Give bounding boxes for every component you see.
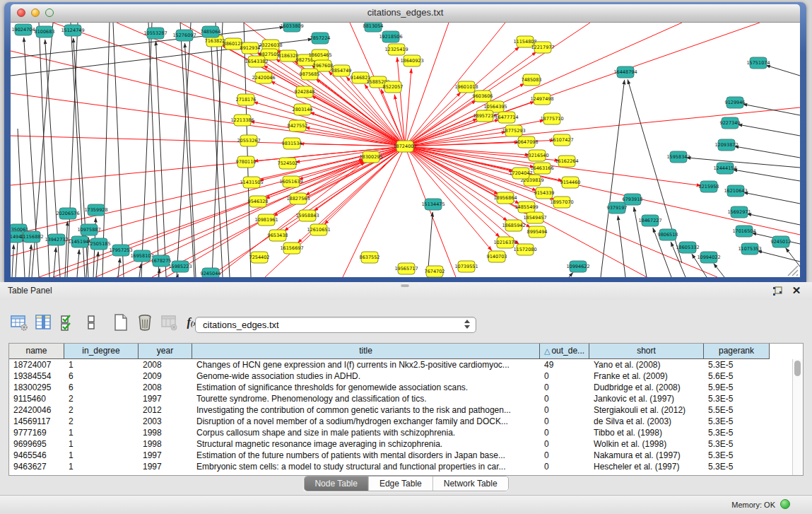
graph-node[interactable]: 20553267 bbox=[237, 135, 260, 146]
graph-node[interactable]: 9806518 bbox=[658, 229, 678, 240]
graph-node[interactable]: 17204047 bbox=[509, 168, 532, 179]
table-row[interactable]: 1830029562008Estimation of significance … bbox=[9, 382, 803, 393]
graph-node[interactable]: 19565717 bbox=[394, 263, 418, 274]
graph-node[interactable]: 16543382 bbox=[245, 56, 268, 67]
graph-node[interactable]: 18549457 bbox=[523, 212, 546, 223]
graph-node[interactable]: 11075353 bbox=[738, 243, 761, 255]
graph-node[interactable]: 9245044 bbox=[201, 268, 221, 277]
network-canvas[interactable]: 1872400771638228860128891293423226038982… bbox=[11, 23, 800, 277]
graph-node[interactable]: 19218506 bbox=[379, 31, 402, 42]
graph-node[interactable]: 16210643 bbox=[724, 185, 747, 197]
column-header-short[interactable]: short bbox=[589, 344, 704, 359]
graph-node[interactable]: 9154460 bbox=[560, 177, 581, 188]
graph-node[interactable]: 17359928 bbox=[84, 204, 107, 216]
graph-node[interactable]: 17957253 bbox=[109, 245, 132, 256]
graph-node[interactable]: 14855499 bbox=[514, 201, 538, 213]
graph-node[interactable]: 8637552 bbox=[360, 252, 380, 263]
graph-node[interactable]: 22420046 bbox=[252, 72, 275, 83]
graph-node[interactable]: 10647098 bbox=[514, 136, 538, 148]
graph-node[interactable]: 19601018 bbox=[454, 81, 478, 93]
graph-node[interactable]: 11156882 bbox=[20, 231, 43, 243]
graph-node[interactable]: 8427552 bbox=[288, 120, 308, 132]
table-row[interactable]: 2242004622012Investigating the contribut… bbox=[9, 404, 803, 416]
graph-node[interactable]: 9603606 bbox=[473, 90, 493, 102]
graph-node[interactable]: 13942737 bbox=[45, 234, 68, 245]
graph-node[interactable]: 9227349 bbox=[720, 117, 741, 129]
graph-node[interactable]: 7254402 bbox=[249, 252, 270, 263]
select-columns-button[interactable] bbox=[31, 310, 55, 334]
column-header-title[interactable]: title bbox=[192, 344, 540, 359]
table-row[interactable]: 946362711997Embryonic stem cells: a mode… bbox=[9, 461, 803, 472]
graph-node[interactable]: 12093872 bbox=[714, 139, 738, 151]
graph-node[interactable]: 16107427 bbox=[550, 134, 573, 146]
graph-node[interactable]: 9245012 bbox=[771, 236, 792, 247]
graph-node[interactable]: 16477714 bbox=[495, 112, 518, 123]
graph-node[interactable]: 7674702 bbox=[425, 266, 445, 277]
table-row[interactable]: 1938455462009Genome-wide association stu… bbox=[9, 370, 803, 382]
graph-node[interactable]: 8912934 bbox=[240, 42, 261, 54]
scrollbar-thumb[interactable] bbox=[794, 361, 801, 376]
graph-node[interactable]: 9129946 bbox=[725, 97, 746, 108]
graph-node[interactable]: 13216540 bbox=[525, 150, 548, 161]
graph-node[interactable]: 8995494 bbox=[527, 226, 548, 238]
graph-node[interactable]: 15276097 bbox=[172, 30, 196, 41]
delete-table-button[interactable] bbox=[133, 310, 157, 334]
citation-network-graph[interactable]: 1872400771638228860128891293423226038982… bbox=[11, 23, 800, 277]
graph-node[interactable]: 8813054 bbox=[363, 23, 384, 32]
graph-node[interactable]: 15958343 bbox=[666, 151, 690, 163]
graph-node[interactable]: 9154339 bbox=[534, 187, 555, 199]
tab-network-table[interactable]: Network Table bbox=[433, 477, 508, 491]
graph-node[interactable]: 10994022 bbox=[697, 252, 720, 263]
close-panel-icon[interactable]: ✕ bbox=[791, 284, 802, 297]
graph-node[interactable]: 16463166 bbox=[530, 163, 553, 174]
table-row[interactable]: 911546021997Tourette syndrome. Phenomeno… bbox=[9, 393, 803, 404]
graph-node[interactable]: 17016504 bbox=[732, 226, 755, 237]
network-window-titlebar[interactable]: citations_edges.txt bbox=[11, 4, 800, 23]
graph-node[interactable]: 15124749 bbox=[61, 25, 84, 36]
table-row[interactable]: 946554611997Estimation of the future num… bbox=[9, 450, 803, 461]
graph-node[interactable]: 16448794 bbox=[613, 66, 637, 78]
table-row[interactable]: 1872400712008Changes of HCN gene express… bbox=[9, 359, 803, 370]
graph-node[interactable]: 16051639 bbox=[279, 176, 302, 187]
graph-node[interactable]: 9379197 bbox=[607, 202, 628, 214]
table-options-button[interactable] bbox=[7, 310, 31, 334]
graph-node[interactable]: 12444154 bbox=[713, 163, 736, 174]
graph-node[interactable]: 15692971 bbox=[727, 206, 751, 218]
graph-node[interactable]: 10975887 bbox=[77, 224, 100, 235]
select-all-rows-button[interactable] bbox=[55, 310, 79, 334]
column-header-out_de[interactable]: △out_de... bbox=[540, 344, 589, 359]
graph-node[interactable]: 2803144 bbox=[293, 104, 313, 115]
graph-node[interactable]: 15751074 bbox=[746, 57, 770, 69]
graph-node[interactable]: 12610651 bbox=[307, 224, 330, 235]
graph-node[interactable]: 7485064 bbox=[201, 26, 221, 37]
graph-node[interactable]: 18957216 bbox=[473, 110, 496, 122]
graph-node[interactable]: 9242848 bbox=[295, 86, 315, 98]
graph-node[interactable]: 8854749 bbox=[331, 65, 352, 76]
table-vertical-scrollbar[interactable] bbox=[792, 359, 803, 475]
create-column-button[interactable] bbox=[109, 310, 133, 334]
graph-node[interactable]: 9875685 bbox=[300, 69, 320, 80]
graph-node[interactable]: 6793918 bbox=[623, 194, 643, 205]
graph-node[interactable]: 9831534 bbox=[282, 138, 302, 149]
graph-node[interactable]: 18467227 bbox=[638, 215, 661, 226]
graph-node[interactable]: 8100683 bbox=[35, 26, 55, 37]
graph-node[interactable]: 8522057 bbox=[383, 81, 404, 93]
graph-node[interactable]: 9780110 bbox=[236, 156, 257, 168]
graph-node[interactable]: 16033809 bbox=[280, 23, 303, 32]
graph-node[interactable]: 10553287 bbox=[143, 28, 167, 39]
graph-node[interactable]: 9546328 bbox=[248, 196, 269, 207]
graph-node[interactable]: 19024704 bbox=[11, 24, 35, 35]
column-header-in_degree[interactable]: in_degree bbox=[64, 344, 139, 359]
deselect-rows-button[interactable] bbox=[79, 310, 103, 334]
graph-node[interactable]: 18956864 bbox=[493, 192, 517, 204]
column-header-year[interactable]: year bbox=[139, 344, 192, 359]
graph-node[interactable]: 9140703 bbox=[487, 251, 507, 262]
table-selector-dropdown[interactable]: citations_edges.txt bbox=[195, 317, 476, 333]
graph-node[interactable]: 18605465 bbox=[308, 49, 331, 61]
graph-node[interactable]: 15958843 bbox=[295, 210, 319, 221]
graph-node[interactable]: 10994622 bbox=[566, 261, 589, 272]
graph-node[interactable]: 15134475 bbox=[421, 199, 445, 210]
graph-node[interactable]: 10981961 bbox=[254, 214, 278, 226]
graph-node[interactable]: 18605332 bbox=[676, 242, 699, 253]
graph-node[interactable]: 18724007 bbox=[393, 141, 416, 152]
